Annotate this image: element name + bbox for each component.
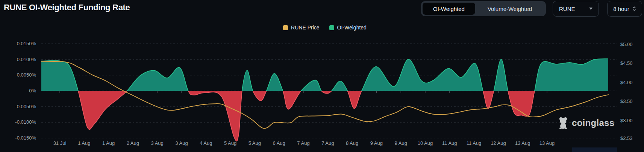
watermark-text: coinglass [572,118,614,128]
x-axis-tick-label: 13 Aug [510,140,535,146]
y-axis-right-tick-label: $4.50 [620,60,643,66]
x-axis-tick-label: 31 Jul [47,140,72,146]
funding-chart-svg[interactable] [0,0,644,152]
y-axis-left-tick-label: 0% [0,88,36,94]
x-axis-tick-label: 5 Aug [242,140,267,146]
y-axis-left-tick-label: -0.0150% [0,135,36,141]
x-axis-tick-label: 10 Aug [413,140,438,146]
x-axis-tick-label: 9 Aug [364,140,389,146]
x-axis-tick-label: 2 Aug [120,140,145,146]
legend-label: OI-Weighted [337,25,367,31]
toggle-option-volume-weighted[interactable]: Volume-Weighted [475,3,544,15]
x-axis-tick-label: 9 Aug [388,140,413,146]
y-axis-right-tick-label: $2.53 [620,135,643,141]
y-axis-right-tick-label: $4.00 [620,80,643,86]
symbol-select[interactable]: RUNE [553,1,599,17]
page-title: RUNE OI-Weighted Funding Rate [4,3,130,12]
interval-select[interactable]: 8 hour [607,1,642,17]
weighting-toggle: OI-WeightedVolume-Weighted [421,1,546,16]
toggle-option-oi-weighted[interactable]: OI-Weighted [423,3,475,15]
page-root: { "header": { "title": "RUNE OI-Weighted… [0,0,644,152]
legend-item[interactable]: OI-Weighted [329,25,367,31]
x-axis-tick-label: 1 Aug [72,140,97,146]
x-axis-tick-label: 7 Aug [315,140,340,146]
x-axis-tick-label: 7 Aug [291,140,316,146]
legend-swatch [329,25,334,30]
y-axis-left-tick-label: -0.0050% [0,104,36,110]
x-axis-tick-label: 3 Aug [169,140,194,146]
interval-select-value: 8 hour [613,6,629,12]
x-axis-tick-label: 6 Aug [267,140,291,146]
y-axis-right-tick-label: $3.50 [620,98,643,104]
y-axis-left-tick-label: 0.0150% [0,41,36,47]
legend-item[interactable]: RUNE Price [283,25,319,31]
caret-updown-icon [632,6,636,12]
legend-label: RUNE Price [291,25,319,31]
x-axis-tick-label: 11 Aug [462,140,486,146]
chart-legend: RUNE PriceOI-Weighted [41,24,608,31]
x-axis-tick-label: 5 Aug [218,140,243,146]
y-axis-left-tick-label: 0.0050% [0,72,36,78]
x-axis-tick-label: 11 Aug [437,140,462,146]
x-axis-tick-label: 12 Aug [486,140,511,146]
x-axis-tick-label: 3 Aug [145,140,170,146]
y-axis-right-tick-label: $3.00 [620,118,643,124]
symbol-select-value: RUNE [559,6,575,12]
legend-swatch [283,25,288,30]
bottom-highlight-bar [572,147,617,152]
watermark: coinglass [558,117,614,129]
x-axis-tick-label: 1 Aug [96,140,121,146]
x-axis-tick-label: 8 Aug [340,140,365,146]
y-axis-left-tick-label: 0.0100% [0,57,36,63]
x-axis-tick-label: 4 Aug [194,140,218,146]
x-axis-tick-label: 13 Aug [535,140,559,146]
y-axis-left-tick-label: -0.0100% [0,119,36,125]
caret-down-icon [589,8,592,10]
y-axis-right-tick-label: $5.00 [620,41,643,48]
funding-area-negative [41,59,608,141]
coinglass-bear-icon [558,117,568,129]
